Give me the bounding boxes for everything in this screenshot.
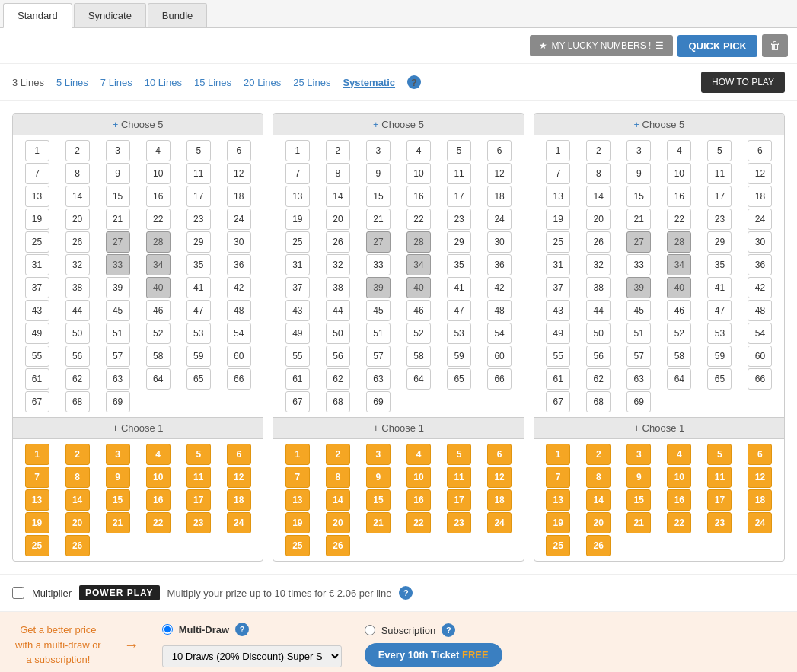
main-num-btn-51[interactable]: 51: [106, 323, 130, 344]
main-num-btn-41[interactable]: 41: [447, 277, 471, 298]
bonus-num-btn-20[interactable]: 20: [586, 512, 611, 533]
main-num-btn-54[interactable]: 54: [748, 323, 772, 344]
main-num-btn-2[interactable]: 2: [326, 140, 350, 161]
main-num-btn-17[interactable]: 17: [186, 186, 211, 207]
main-num-btn-5[interactable]: 5: [707, 140, 732, 161]
main-num-btn-12[interactable]: 12: [748, 163, 772, 184]
main-num-btn-47[interactable]: 47: [186, 300, 211, 321]
main-num-btn-56[interactable]: 56: [65, 346, 90, 367]
main-num-btn-21[interactable]: 21: [106, 209, 130, 230]
bonus-num-btn-25[interactable]: 25: [285, 535, 310, 556]
main-num-btn-12[interactable]: 12: [227, 163, 251, 184]
bonus-num-btn-25[interactable]: 25: [25, 535, 49, 556]
draw-select[interactable]: 10 Draws (20% Discount) Super S1 Draw2 D…: [162, 645, 342, 667]
bonus-num-btn-4[interactable]: 4: [667, 444, 691, 465]
main-num-btn-43[interactable]: 43: [546, 300, 570, 321]
main-num-btn-10[interactable]: 10: [146, 163, 171, 184]
main-num-btn-15[interactable]: 15: [626, 186, 651, 207]
main-num-btn-24[interactable]: 24: [748, 209, 772, 230]
main-num-btn-1[interactable]: 1: [25, 140, 49, 161]
bonus-num-btn-9[interactable]: 9: [366, 467, 391, 488]
main-num-btn-35[interactable]: 35: [707, 254, 732, 275]
main-num-btn-20[interactable]: 20: [586, 209, 611, 230]
main-num-btn-37[interactable]: 37: [546, 277, 570, 298]
main-num-btn-60[interactable]: 60: [748, 346, 772, 367]
main-num-btn-16[interactable]: 16: [667, 186, 691, 207]
main-num-btn-25[interactable]: 25: [285, 231, 310, 253]
main-num-btn-8[interactable]: 8: [65, 163, 90, 184]
main-num-btn-35[interactable]: 35: [447, 254, 471, 275]
main-num-btn-24[interactable]: 24: [227, 209, 251, 230]
main-num-btn-29[interactable]: 29: [447, 231, 471, 253]
main-num-btn-28[interactable]: 28: [146, 231, 171, 253]
main-num-btn-68[interactable]: 68: [326, 391, 350, 412]
bonus-num-btn-16[interactable]: 16: [146, 489, 171, 511]
main-num-btn-22[interactable]: 22: [146, 209, 171, 230]
main-num-btn-69[interactable]: 69: [106, 391, 130, 412]
bonus-num-btn-23[interactable]: 23: [447, 512, 471, 533]
bonus-num-btn-20[interactable]: 20: [326, 512, 350, 533]
main-num-btn-61[interactable]: 61: [25, 368, 49, 390]
multi-draw-info-icon[interactable]: ?: [235, 623, 249, 636]
trash-button[interactable]: 🗑: [762, 34, 788, 57]
main-num-btn-25[interactable]: 25: [25, 231, 49, 253]
bonus-num-btn-26[interactable]: 26: [65, 535, 90, 556]
main-num-btn-9[interactable]: 9: [106, 163, 130, 184]
main-num-btn-55[interactable]: 55: [285, 346, 310, 367]
main-num-btn-5[interactable]: 5: [186, 140, 211, 161]
main-num-btn-55[interactable]: 55: [25, 346, 49, 367]
main-num-btn-42[interactable]: 42: [227, 277, 251, 298]
main-num-btn-33[interactable]: 33: [626, 254, 651, 275]
main-num-btn-67[interactable]: 67: [546, 391, 570, 412]
bonus-num-btn-6[interactable]: 6: [748, 444, 772, 465]
main-num-btn-50[interactable]: 50: [586, 323, 611, 344]
main-num-btn-21[interactable]: 21: [626, 209, 651, 230]
main-num-btn-56[interactable]: 56: [586, 346, 611, 367]
main-num-btn-66[interactable]: 66: [227, 368, 251, 390]
main-num-btn-58[interactable]: 58: [146, 346, 171, 367]
main-num-btn-53[interactable]: 53: [186, 323, 211, 344]
bonus-num-btn-9[interactable]: 9: [106, 467, 130, 488]
main-num-btn-49[interactable]: 49: [25, 323, 49, 344]
main-num-btn-18[interactable]: 18: [487, 186, 512, 207]
bonus-num-btn-3[interactable]: 3: [626, 444, 651, 465]
bonus-num-btn-3[interactable]: 3: [366, 444, 391, 465]
free-ticket-button[interactable]: Every 10th Ticket FREE: [365, 643, 502, 667]
main-num-btn-44[interactable]: 44: [65, 300, 90, 321]
main-num-btn-67[interactable]: 67: [285, 391, 310, 412]
bonus-num-btn-11[interactable]: 11: [447, 467, 471, 488]
main-num-btn-62[interactable]: 62: [65, 368, 90, 390]
main-num-btn-49[interactable]: 49: [285, 323, 310, 344]
main-num-btn-7[interactable]: 7: [546, 163, 570, 184]
bonus-num-btn-21[interactable]: 21: [626, 512, 651, 533]
main-num-btn-14[interactable]: 14: [586, 186, 611, 207]
bonus-num-btn-23[interactable]: 23: [707, 512, 732, 533]
main-num-btn-6[interactable]: 6: [748, 140, 772, 161]
bonus-num-btn-16[interactable]: 16: [406, 489, 431, 511]
main-num-btn-38[interactable]: 38: [586, 277, 611, 298]
main-num-btn-11[interactable]: 11: [186, 163, 211, 184]
main-num-btn-64[interactable]: 64: [406, 368, 431, 390]
main-num-btn-13[interactable]: 13: [285, 186, 310, 207]
bonus-num-btn-26[interactable]: 26: [326, 535, 350, 556]
main-num-btn-21[interactable]: 21: [366, 209, 391, 230]
bonus-num-btn-8[interactable]: 8: [326, 467, 350, 488]
main-num-btn-32[interactable]: 32: [65, 254, 90, 275]
main-num-btn-5[interactable]: 5: [447, 140, 471, 161]
main-num-btn-47[interactable]: 47: [707, 300, 732, 321]
bonus-num-btn-5[interactable]: 5: [707, 444, 732, 465]
line-link-15[interactable]: 15 Lines: [194, 77, 231, 88]
main-num-btn-46[interactable]: 46: [406, 300, 431, 321]
line-link-5[interactable]: 5 Lines: [56, 77, 88, 88]
main-num-btn-44[interactable]: 44: [586, 300, 611, 321]
main-num-btn-32[interactable]: 32: [586, 254, 611, 275]
main-num-btn-23[interactable]: 23: [447, 209, 471, 230]
main-num-btn-50[interactable]: 50: [65, 323, 90, 344]
main-num-btn-25[interactable]: 25: [546, 231, 570, 253]
main-num-btn-19[interactable]: 19: [25, 209, 49, 230]
main-num-btn-54[interactable]: 54: [227, 323, 251, 344]
main-num-btn-15[interactable]: 15: [366, 186, 391, 207]
main-num-btn-31[interactable]: 31: [285, 254, 310, 275]
bonus-num-btn-12[interactable]: 12: [487, 467, 512, 488]
bonus-num-btn-22[interactable]: 22: [667, 512, 691, 533]
